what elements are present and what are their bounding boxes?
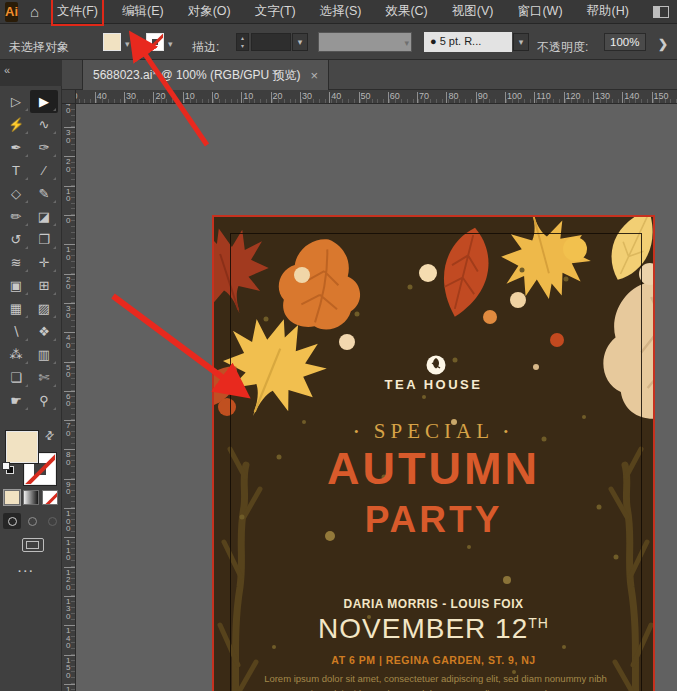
perspective-grid-tool[interactable]: ⊞ [30, 274, 58, 297]
home-icon[interactable]: ⌂ [30, 3, 39, 20]
ruler-label: 100 [66, 510, 70, 533]
ruler-label: 50 [66, 364, 70, 379]
width-tool[interactable]: ≋ [2, 251, 30, 274]
magic-wand-tool[interactable]: ⚡ [2, 113, 30, 136]
close-icon[interactable]: × [311, 68, 319, 83]
none-button[interactable] [42, 490, 58, 505]
eyedropper-tool[interactable]: ∖ [2, 320, 30, 343]
ruler-label: 50 [361, 91, 371, 101]
hand-tool[interactable]: ☛ [2, 389, 30, 412]
vertical-ruler[interactable]: 4030201001020304050607080901001101201301… [62, 104, 76, 691]
swap-fill-stroke-icon[interactable]: ⇄ [42, 428, 58, 444]
menu-item-type[interactable]: 文字(T) [255, 3, 296, 20]
stroke-width-stepper[interactable]: ▴▾ [236, 33, 249, 51]
selection-tool[interactable]: ▷ [2, 90, 30, 113]
screen-mode-button[interactable] [22, 538, 44, 552]
brush-definition-dropdown[interactable]: ● 5 pt. R... [424, 32, 512, 52]
blend-tool[interactable]: ❖ [30, 320, 58, 343]
type-tool[interactable]: T [2, 159, 30, 182]
stroke-width-dropdown[interactable]: ▾ [292, 33, 308, 51]
tools-grid: ▷▶⚡∿✒✑T∕◇✎✏◪↺❐≋✛▣⊞▦▨∖❖⁂▥❏✄☛⚲ [2, 90, 60, 412]
menu-item-help[interactable]: 帮助(H) [587, 3, 629, 20]
curvature-tool[interactable]: ✑ [30, 136, 58, 159]
shape-tool[interactable]: ◇ [2, 182, 30, 205]
draw-inside-button[interactable] [43, 513, 61, 529]
menu-item-select[interactable]: 选择(S) [320, 3, 362, 20]
artboard-flyer[interactable]: TEA HOUSE • SPECIAL • AUTUMN PARTY DARIA… [212, 215, 655, 691]
column-graph-tool[interactable]: ▥ [30, 343, 58, 366]
ruler-label: 130 [66, 598, 70, 621]
gradient-tool[interactable]: ▨ [30, 297, 58, 320]
free-transform-tool[interactable]: ✛ [30, 251, 58, 274]
ruler-tick [388, 92, 389, 104]
slice-tool[interactable]: ✄ [30, 366, 58, 389]
gradient-button[interactable] [23, 490, 39, 505]
ruler-label: 30 [126, 91, 136, 101]
ruler-label: 80 [66, 451, 70, 466]
flyer-body-text: Lorem ipsum dolor sit amet, consectetuer… [250, 672, 621, 691]
menu-item-edit[interactable]: 编辑(E) [122, 3, 164, 20]
menu-item-effect[interactable]: 效果(C) [385, 3, 427, 20]
ruler-label: 40 [66, 334, 70, 349]
rotate-tool[interactable]: ↺ [2, 228, 30, 251]
fill-color-swatch[interactable] [103, 33, 121, 51]
selection-status: 未选择对象 [9, 39, 69, 56]
fill-swatch[interactable] [6, 431, 38, 463]
ruler-label: 20 [273, 91, 283, 101]
horizontal-ruler[interactable]: 5040302010010203040506070809010011012013… [62, 90, 677, 104]
default-fill-stroke-icon[interactable] [2, 462, 15, 475]
ruler-tick [153, 92, 154, 104]
ruler-label: 10 [66, 246, 70, 261]
artboard-tool[interactable]: ❏ [2, 366, 30, 389]
shape-builder-tool[interactable]: ▣ [2, 274, 30, 297]
menu-item-file[interactable]: 文件(F) [57, 3, 98, 20]
flyer-title-autumn: AUTUMN [214, 443, 653, 495]
chevron-down-icon[interactable]: ▾ [168, 39, 173, 49]
scale-tool[interactable]: ❐ [30, 228, 58, 251]
leaf-maple-yellow-top [490, 217, 597, 309]
illustrator-logo[interactable]: Ai [5, 2, 18, 22]
menu-items: 文件(F)编辑(E)对象(O)文字(T)选择(S)效果(C)视图(V)窗口(W)… [57, 3, 653, 20]
eraser-tool[interactable]: ◪ [30, 205, 58, 228]
ruler-label: 150 [66, 657, 70, 680]
ruler-tick [241, 92, 242, 104]
mesh-tool[interactable]: ▦ [2, 297, 30, 320]
chevron-right-icon[interactable]: ❯ [658, 37, 668, 51]
lasso-tool[interactable]: ∿ [30, 113, 58, 136]
edit-toolbar-ellipsis[interactable]: ··· [18, 565, 35, 577]
ruler-corner[interactable] [62, 90, 76, 104]
zoom-tool[interactable]: ⚲ [30, 389, 58, 412]
ruler-tick [505, 92, 506, 104]
draw-normal-button[interactable] [3, 513, 21, 529]
symbol-sprayer-tool[interactable]: ⁂ [2, 343, 30, 366]
variable-width-profile-dropdown[interactable]: ▾ [318, 32, 412, 52]
ruler-tick [95, 92, 96, 104]
menu-item-window[interactable]: 窗口(W) [517, 3, 562, 20]
line-segment-tool[interactable]: ∕ [30, 159, 58, 182]
stroke-width-field[interactable] [251, 33, 291, 51]
direct-selection-tool[interactable]: ▶ [30, 90, 58, 113]
shaper-tool[interactable]: ✏ [2, 205, 30, 228]
none-slash-icon [146, 33, 164, 51]
opacity-field[interactable]: 100% [604, 33, 646, 51]
ruler-tick [183, 92, 184, 104]
document-tab-bar: 5688023.ai* @ 100% (RGB/GPU 预览) × [62, 60, 677, 90]
ruler-label: 20 [66, 276, 70, 291]
chevron-down-icon[interactable]: ▾ [125, 39, 130, 49]
menu-item-object[interactable]: 对象(O) [188, 3, 231, 20]
workspace-switcher-icon[interactable] [653, 6, 669, 18]
pen-tool[interactable]: ✒ [2, 136, 30, 159]
flyer-title-party: PARTY [214, 499, 653, 541]
color-button[interactable] [4, 490, 20, 505]
ruler-label: 10 [243, 91, 253, 101]
brush-dropdown-chevron[interactable]: ▾ [513, 33, 529, 51]
collapse-panel-icon[interactable]: « [4, 64, 10, 76]
document-tab[interactable]: 5688023.ai* @ 100% (RGB/GPU 预览) × [82, 60, 329, 90]
illustrator-window: Ai ⌂ 文件(F)编辑(E)对象(O)文字(T)选择(S)效果(C)视图(V)… [0, 0, 677, 691]
stroke-color-swatch[interactable] [146, 33, 164, 51]
draw-behind-button[interactable] [23, 513, 41, 529]
menu-item-view[interactable]: 视图(V) [452, 3, 494, 20]
ruler-label: 20 [155, 91, 165, 101]
paintbrush-tool[interactable]: ✎ [30, 182, 58, 205]
ruler-label: 20 [66, 158, 70, 173]
